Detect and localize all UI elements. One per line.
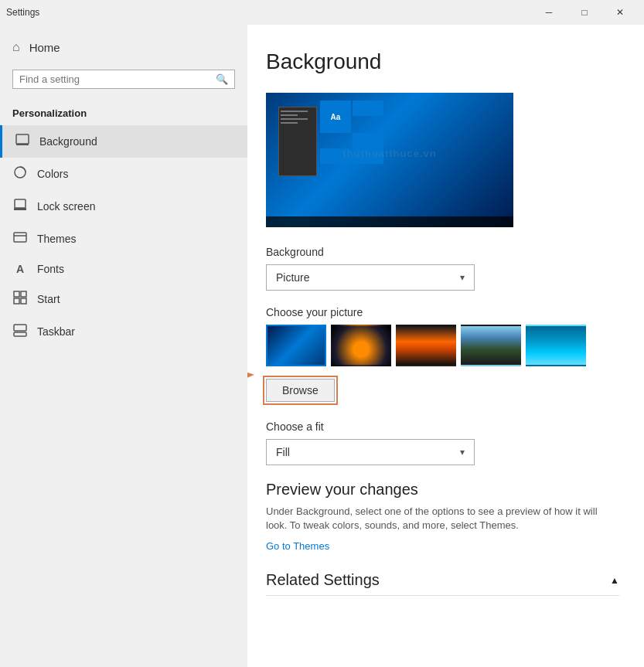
themes-icon xyxy=(12,230,28,247)
svg-rect-12 xyxy=(14,325,26,331)
chevron-up-icon: ▲ xyxy=(610,575,619,586)
app-title: Settings xyxy=(6,7,39,18)
preview-line-3 xyxy=(281,118,308,120)
lockscreen-icon xyxy=(12,198,28,215)
sidebar-background-label: Background xyxy=(39,135,97,148)
picture-row xyxy=(266,325,619,366)
picture-thumb-5[interactable] xyxy=(526,325,586,366)
browse-button[interactable]: Browse xyxy=(266,379,335,402)
preview-line-4 xyxy=(281,122,298,124)
fit-dropdown[interactable]: Fill ▾ xyxy=(266,439,475,465)
home-icon: ⌂ xyxy=(12,40,20,54)
picture-thumb-4[interactable] xyxy=(461,325,521,366)
svg-rect-10 xyxy=(21,298,26,304)
svg-rect-0 xyxy=(16,134,29,144)
taskbar-icon xyxy=(12,323,28,340)
preview-tile-sm4 xyxy=(353,148,383,164)
preview-tile-sm1 xyxy=(353,100,383,116)
sidebar-item-start[interactable]: Start xyxy=(0,283,247,315)
background-dropdown-label: Background xyxy=(266,246,619,258)
svg-rect-3 xyxy=(15,199,26,208)
page-title: Background xyxy=(266,49,619,74)
maximize-button[interactable]: □ xyxy=(567,0,602,25)
sidebar-item-background[interactable]: Background xyxy=(0,125,247,158)
related-settings-title: Related Settings ▲ xyxy=(266,571,619,596)
preview-line-2 xyxy=(281,114,298,116)
sidebar-section-label: Personalization xyxy=(0,95,247,125)
preview-desktop-bg: Aa thuthuatthuce.vn xyxy=(266,93,513,227)
svg-rect-1 xyxy=(16,144,29,145)
go-to-themes-link[interactable]: Go to Themes xyxy=(266,540,329,552)
svg-rect-9 xyxy=(14,298,19,304)
preview-description: Under Background, select one of the opti… xyxy=(266,505,619,533)
search-input[interactable] xyxy=(19,73,216,85)
sidebar-item-fonts[interactable]: A Fonts xyxy=(0,255,247,283)
sidebar-item-colors[interactable]: Colors xyxy=(0,158,247,190)
chevron-down-icon: ▾ xyxy=(460,272,465,283)
preview-window xyxy=(278,107,317,176)
svg-rect-11 xyxy=(14,332,26,336)
svg-rect-7 xyxy=(14,291,19,297)
search-box[interactable]: 🔍 xyxy=(12,70,235,89)
sidebar-item-lockscreen[interactable]: Lock screen xyxy=(0,190,247,223)
window-controls: ─ □ ✕ xyxy=(531,0,638,25)
sidebar: ⌂ Home 🔍 Personalization Background Colo… xyxy=(0,25,247,667)
search-icon: 🔍 xyxy=(216,73,228,85)
preview-line-1 xyxy=(281,111,308,112)
picture-thumb-3[interactable] xyxy=(396,325,456,366)
sidebar-item-themes[interactable]: Themes xyxy=(0,223,247,255)
choose-fit-label: Choose a fit xyxy=(266,420,619,433)
picture-thumb-1[interactable] xyxy=(266,325,326,366)
svg-rect-8 xyxy=(21,291,26,297)
sidebar-lockscreen-label: Lock screen xyxy=(37,200,95,213)
sidebar-colors-label: Colors xyxy=(37,168,68,180)
chevron-down-icon-2: ▾ xyxy=(460,447,465,458)
minimize-button[interactable]: ─ xyxy=(531,0,567,25)
svg-rect-4 xyxy=(14,208,26,210)
preview-window-lines xyxy=(279,107,316,127)
preview-tile-sm2 xyxy=(353,133,383,148)
background-dropdown-value: Picture xyxy=(276,271,310,284)
sidebar-themes-label: Themes xyxy=(37,233,77,245)
desktop-preview: Aa thuthuatthuce.vn xyxy=(266,93,513,227)
sidebar-fonts-label: Fonts xyxy=(37,263,64,275)
preview-taskbar xyxy=(266,216,513,227)
colors-icon xyxy=(12,165,28,182)
title-bar: Settings ─ □ ✕ xyxy=(0,0,644,25)
start-icon xyxy=(12,291,28,308)
sidebar-start-label: Start xyxy=(37,293,60,305)
sidebar-taskbar-label: Taskbar xyxy=(37,325,75,338)
svg-rect-5 xyxy=(14,233,26,242)
preview-tiles: Aa xyxy=(320,100,383,162)
fit-dropdown-value: Fill xyxy=(276,446,290,458)
related-settings-label: Related Settings xyxy=(266,571,380,589)
choose-picture-label: Choose your picture xyxy=(266,306,619,318)
sidebar-item-taskbar[interactable]: Taskbar xyxy=(0,315,247,348)
fonts-icon: A xyxy=(12,263,28,275)
home-label: Home xyxy=(29,41,60,54)
background-icon xyxy=(15,133,30,150)
sidebar-item-home[interactable]: ⌂ Home xyxy=(0,31,247,63)
background-dropdown[interactable]: Picture ▾ xyxy=(266,264,475,291)
app-body: ⌂ Home 🔍 Personalization Background Colo… xyxy=(0,25,644,667)
preview-section-title: Preview your changes xyxy=(266,481,619,499)
preview-tile-sm3 xyxy=(320,148,351,164)
main-content: Background Aa xyxy=(247,25,644,667)
picture-thumb-2[interactable] xyxy=(331,325,391,366)
browse-button-container: Browse xyxy=(266,379,619,402)
close-button[interactable]: ✕ xyxy=(602,0,638,25)
preview-tile-aa: Aa xyxy=(320,100,351,133)
